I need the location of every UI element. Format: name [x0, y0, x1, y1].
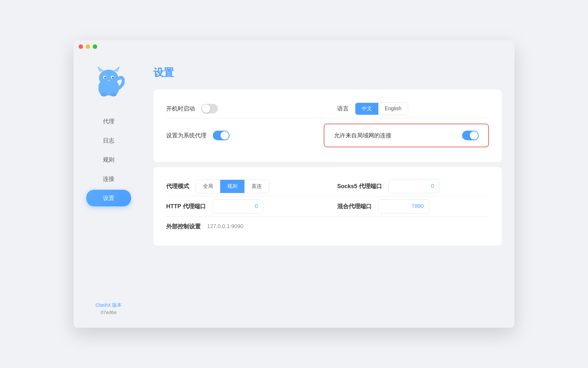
- http-label: HTTP 代理端口: [166, 203, 206, 210]
- system-proxy-check: [215, 132, 219, 135]
- mode-rules-button[interactable]: 规则: [220, 180, 244, 193]
- system-proxy-section: 设置为系统代理: [166, 131, 311, 140]
- mode-direct-button[interactable]: 直连: [244, 180, 269, 193]
- sidebar: 代理 日志 规则 连接 设置 ClashX 版本 07ed6e: [74, 40, 144, 328]
- language-section: 语言 中文 English: [318, 103, 489, 115]
- startup-toggle[interactable]: [201, 104, 218, 113]
- sidebar-footer: ClashX 版本 07ed6e: [96, 302, 122, 315]
- external-row: 外部控制设置 127.0.0.1:9090: [166, 217, 489, 236]
- page-title: 设置: [153, 66, 502, 80]
- system-proxy-knob: [220, 131, 229, 140]
- sidebar-item-connections[interactable]: 连接: [74, 169, 144, 188]
- language-label: 语言: [337, 105, 349, 112]
- http-section: HTTP 代理端口: [166, 199, 318, 213]
- external-label: 外部控制设置: [166, 223, 201, 230]
- sidebar-item-log[interactable]: 日志: [74, 131, 144, 150]
- svg-point-12: [110, 93, 117, 96]
- general-settings-card: 开机时启动 语言 中文 English: [153, 89, 502, 162]
- lan-section: 允许来自局域网的连接: [324, 124, 489, 147]
- startup-section: 开机时启动: [166, 104, 318, 113]
- system-proxy-toggle[interactable]: [213, 131, 229, 140]
- proxy-mode-section: 代理模式 全局 规则 直连: [166, 180, 318, 193]
- socks5-input[interactable]: [388, 179, 439, 193]
- logo-container: [93, 66, 125, 99]
- app-window: 代理 日志 规则 连接 设置 ClashX 版本 07ed6e 设置: [74, 40, 514, 328]
- proxy-settings-card: 代理模式 全局 规则 直连 Socks5 代理端口 HTTP 代理端口: [153, 167, 502, 246]
- mixed-label: 混合代理端口: [337, 203, 372, 210]
- proxy-lan-row: 设置为系统代理 允许来自局域网的连接: [166, 119, 489, 152]
- system-proxy-label: 设置为系统代理: [166, 132, 206, 139]
- proxy-mode-label: 代理模式: [166, 182, 189, 190]
- sidebar-item-proxy[interactable]: 代理: [74, 112, 144, 131]
- socks5-label: Socks5 代理端口: [337, 182, 382, 190]
- minimize-button[interactable]: [86, 44, 90, 49]
- startup-label: 开机时启动: [166, 105, 195, 112]
- lang-chinese-button[interactable]: 中文: [355, 103, 378, 115]
- lang-english-button[interactable]: English: [378, 103, 408, 115]
- startup-language-row: 开机时启动 语言 中文 English: [166, 99, 489, 118]
- main-content: 设置 开机时启动 语言 中文 English: [144, 40, 514, 328]
- nav-items: 代理 日志 规则 连接 设置: [74, 112, 144, 302]
- external-value: 127.0.0.1:9090: [207, 223, 243, 230]
- titlebar: [74, 40, 514, 53]
- version-label[interactable]: ClashX 版本: [96, 302, 122, 308]
- version-hash: 07ed6e: [101, 310, 117, 315]
- mixed-input[interactable]: [378, 199, 429, 213]
- startup-toggle-knob: [202, 104, 210, 113]
- external-section: 外部控制设置 127.0.0.1:9090: [166, 223, 489, 230]
- svg-point-9: [112, 77, 114, 79]
- proxy-mode-group: 全局 规则 直连: [196, 180, 269, 193]
- maximize-button[interactable]: [93, 44, 97, 49]
- cat-logo: [93, 66, 125, 98]
- lan-label: 允许来自局域网的连接: [334, 132, 391, 139]
- mode-global-button[interactable]: 全局: [196, 180, 220, 193]
- language-group: 中文 English: [355, 103, 408, 115]
- svg-point-10: [108, 80, 110, 81]
- lan-toggle[interactable]: [462, 131, 479, 140]
- svg-point-1: [99, 70, 118, 86]
- svg-point-8: [104, 77, 106, 79]
- sidebar-item-settings[interactable]: 设置: [86, 190, 131, 206]
- http-input[interactable]: [212, 199, 263, 213]
- socks5-section: Socks5 代理端口: [318, 179, 489, 193]
- mode-socks5-row: 代理模式 全局 规则 直连 Socks5 代理端口: [166, 177, 489, 196]
- sidebar-item-rules[interactable]: 规则: [74, 150, 144, 169]
- close-button[interactable]: [79, 44, 83, 49]
- svg-point-11: [101, 93, 107, 96]
- lan-toggle-check: [464, 132, 468, 135]
- mixed-section: 混合代理端口: [318, 199, 489, 213]
- lan-toggle-knob: [470, 131, 478, 140]
- http-mixed-row: HTTP 代理端口 混合代理端口: [166, 196, 489, 217]
